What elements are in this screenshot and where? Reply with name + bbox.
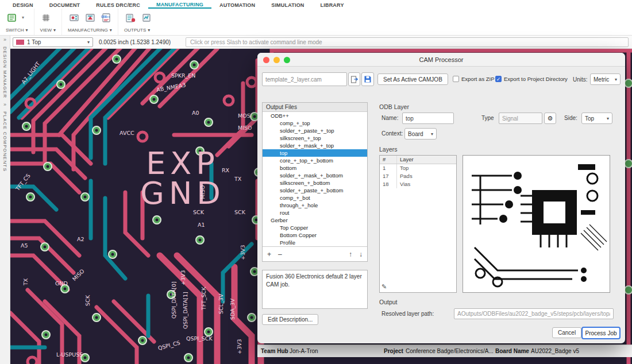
table-row[interactable]: 18Vias [380,180,456,188]
maximize-icon[interactable] [284,57,290,63]
resolved-layer-path-label: Resolved layer path: [381,311,434,317]
tree-item-gerber[interactable]: Gerber [263,216,367,224]
toolbar-group-outputs: OUTPUTS▾ [118,9,158,35]
tree-item-odb[interactable]: ODB++ [263,112,367,119]
cam-processor-dialog: CAM Processor Set As Active CAMJOB Expor… [257,53,625,343]
add-output-button[interactable]: + [267,251,271,258]
toolbar-group-manufacturing: ODB++ MANUFACTURING▾ [62,9,118,35]
table-row[interactable]: 1Top [380,164,456,172]
tree-item[interactable]: core_+_top_+_bottom [263,157,367,164]
output-files-header: Output Files [263,103,367,112]
net-label: SDA_3V [229,299,236,320]
layer-type-input [499,113,542,124]
grid-view-icon[interactable] [40,11,52,24]
manufacturing-tool-icon-1[interactable] [68,11,80,24]
table-row[interactable]: 17Pads [380,172,456,180]
tab-rules-drc-erc[interactable]: RULES DRC/ERC [88,1,148,9]
cam-file-input[interactable] [262,72,347,86]
side-select[interactable]: Top▾ [581,113,612,124]
expand-panel-icon[interactable]: » [3,37,6,42]
tree-item[interactable]: solder_+_paste_+_bottom [263,187,367,194]
save-cam-file-button[interactable] [361,72,374,86]
gerber-output-icon[interactable] [140,11,152,24]
remove-output-button[interactable]: – [278,251,282,258]
resolved-layer-path-input [454,308,614,319]
layers-section-title: Layers [379,146,398,153]
checkbox-icon [453,76,459,82]
output-files-tree: ODB++ comp_+_top solder_+_paste_+_top si… [263,112,367,246]
close-icon[interactable] [263,57,269,63]
context-select[interactable]: Board▾ [404,128,437,140]
tree-item[interactable]: solder_+_paste_+_top [263,127,367,134]
minimize-icon[interactable] [273,57,280,63]
gear-icon: ⚙ [548,115,553,122]
caret-icon: ▾ [53,28,56,33]
tab-manufacturing[interactable]: MANUFACTURING [148,1,211,9]
layer-selector[interactable]: 1 Top ▾ [13,37,93,47]
odb-export-icon[interactable]: ODB++ [100,11,112,24]
tree-item[interactable]: Profile [263,239,367,246]
manufacturing-group-label[interactable]: MANUFACTURING▾ [68,28,112,33]
move-down-button[interactable]: ↓ [359,251,363,258]
tab-simulation[interactable]: SIMULATION [263,1,312,9]
load-cam-file-button[interactable] [348,72,360,86]
net-label: A1 [198,222,205,228]
load-file-icon [350,76,358,83]
layers-table: #Layer 1Top 17Pads 18Vias ✎ [379,155,457,293]
net-label: MOSI [238,113,252,119]
tab-document[interactable]: DOCUMENT [41,1,88,9]
tree-item[interactable]: comp_+_top [263,119,367,127]
manufacturing-tool-icon-2[interactable] [84,11,96,24]
tree-item[interactable]: silkscreen_+_bottom [263,179,367,187]
layer-preview-pane [463,155,610,293]
pencil-icon: ✎ [381,283,387,290]
net-label: RX [222,167,230,173]
cam-job-description[interactable]: Fusion 360 Electronics default 2 layer C… [262,270,368,309]
command-line-input[interactable] [186,37,629,47]
tree-item[interactable]: silkscreen_+_top [263,134,367,142]
layer-type-settings-button[interactable]: ⚙ [544,113,556,124]
export-to-project-directory-checkbox[interactable]: ✓ Export to Project Directory [495,76,568,82]
tree-item[interactable]: bottom [263,164,367,172]
tab-automation[interactable]: AUTOMATION [211,1,263,9]
export-as-zip-checkbox[interactable]: Export as ZIP [453,76,495,82]
outputs-group-label[interactable]: OUTPUTS▾ [124,28,152,33]
tree-item[interactable]: rout [263,209,367,216]
project-value: Conference Badge/Electronics/A... [406,348,494,354]
net-label: A5 [21,242,28,249]
cursor-coordinates: 0.0025 inch (1.5238 1.2490) [99,39,171,45]
net-label: SCK [234,209,246,215]
tab-library[interactable]: LIBRARY [313,1,352,9]
sidebar-tab-design-manager[interactable]: DESIGN MANAGER [2,47,7,98]
move-up-button[interactable]: ↑ [349,251,352,258]
dialog-titlebar[interactable]: CAM Processor [257,53,625,67]
switch-group-label[interactable]: SWITCH▾ [6,28,28,33]
cancel-button[interactable]: Cancel [552,327,581,338]
layer-name-input[interactable] [402,113,454,124]
tree-item[interactable]: Bottom Copper [263,231,367,239]
tab-design[interactable]: DESIGN [5,1,41,9]
tree-item[interactable]: solder_+_mask_+_top [263,142,367,149]
net-label: SCL_3V [218,293,224,314]
net-label: TFT_SCK [201,286,207,311]
chevron-down-icon: ▾ [431,131,433,137]
sidebar-tab-place-components[interactable]: PLACE COMPONENTS [2,111,7,172]
tree-item[interactable]: solder_+_mask_+_bottom [263,172,367,179]
switch-document-icon[interactable] [6,11,18,24]
tree-item[interactable]: through_+_hole [263,202,367,209]
net-label: MISO [238,125,252,131]
units-select[interactable]: Metric▾ [590,73,621,85]
toolbar-group-view: VIEW▾ [34,9,62,35]
cam-output-icon[interactable] [124,11,136,24]
view-group-label[interactable]: VIEW▾ [40,28,56,33]
edit-layers-button[interactable]: ✎ [381,283,387,291]
edit-description-button[interactable]: Edit Description... [262,314,318,325]
switch-caret-icon: ▾ [22,15,24,20]
expand-panel-icon[interactable]: » [3,102,6,107]
tree-item-selected[interactable]: top [263,149,367,157]
process-job-button[interactable]: Process Job [581,327,621,339]
tree-item[interactable]: Top Copper [263,224,367,231]
set-active-camjob-button[interactable]: Set As Active CAMJOB [377,73,448,85]
tree-item[interactable]: comp_+_bot [263,194,367,202]
net-label: L-USPUSS [56,351,83,358]
